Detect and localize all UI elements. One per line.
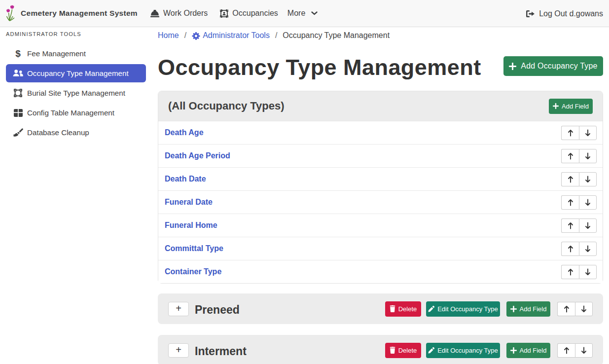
svg-text:$: $	[15, 49, 21, 58]
